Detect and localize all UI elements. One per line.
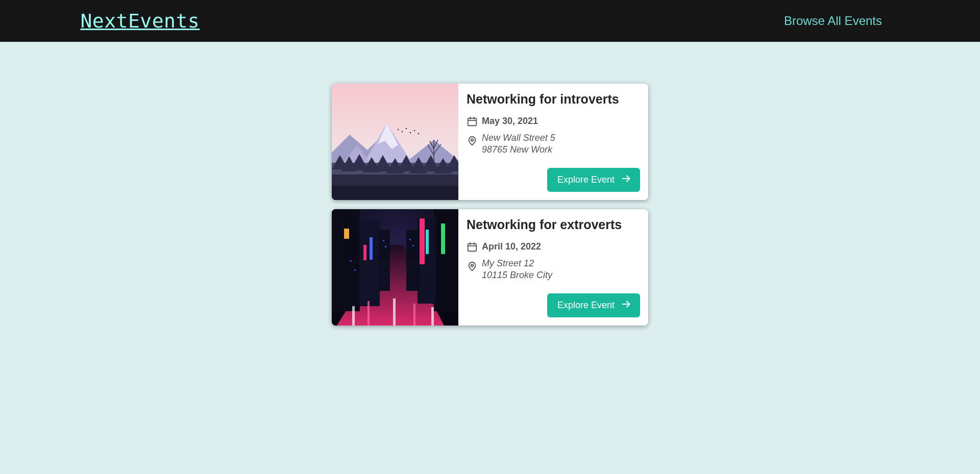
explore-event-label: Explore Event xyxy=(557,300,615,311)
location-pin-icon xyxy=(467,135,478,146)
event-card: Networking for extroverts April 10, 2022 xyxy=(332,209,648,326)
event-title: Networking for extroverts xyxy=(467,217,640,232)
event-date: April 10, 2022 xyxy=(482,241,541,252)
svg-rect-46 xyxy=(426,230,429,254)
svg-rect-42 xyxy=(434,209,458,311)
site-header: NextEvents Browse All Events xyxy=(0,0,980,42)
svg-rect-39 xyxy=(332,209,360,311)
location-pin-icon xyxy=(467,261,478,272)
svg-point-10 xyxy=(418,133,419,134)
event-image xyxy=(332,209,458,326)
svg-rect-60 xyxy=(413,304,415,326)
svg-rect-52 xyxy=(385,246,386,247)
event-image xyxy=(332,84,458,200)
svg-rect-48 xyxy=(363,245,366,260)
event-address: My Street 12 10115 Broke City xyxy=(482,258,552,282)
svg-point-34 xyxy=(471,139,474,141)
svg-rect-61 xyxy=(431,307,434,326)
svg-point-5 xyxy=(398,129,399,130)
svg-point-66 xyxy=(471,264,474,267)
calendar-icon xyxy=(467,116,478,127)
event-address: New Wall Street 5 98765 New Work xyxy=(482,132,555,156)
svg-point-9 xyxy=(414,130,415,131)
explore-event-button[interactable]: Explore Event xyxy=(547,293,640,317)
svg-rect-30 xyxy=(468,118,477,126)
svg-rect-53 xyxy=(409,239,411,240)
svg-rect-58 xyxy=(368,301,370,326)
arrow-right-icon xyxy=(621,298,632,312)
svg-rect-44 xyxy=(406,230,420,291)
svg-point-6 xyxy=(402,131,403,132)
explore-event-button[interactable]: Explore Event xyxy=(547,168,640,192)
event-address-row: New Wall Street 5 98765 New Work xyxy=(467,132,640,156)
svg-rect-49 xyxy=(370,237,373,260)
event-date-row: April 10, 2022 xyxy=(467,241,640,253)
svg-rect-59 xyxy=(393,298,396,326)
site-logo[interactable]: NextEvents xyxy=(80,10,200,32)
svg-point-8 xyxy=(410,132,411,133)
svg-rect-41 xyxy=(379,230,390,291)
calendar-icon xyxy=(467,241,478,253)
svg-rect-40 xyxy=(359,219,380,306)
svg-rect-62 xyxy=(468,244,477,252)
svg-rect-47 xyxy=(441,223,445,254)
svg-rect-50 xyxy=(344,229,349,239)
event-title: Networking for introverts xyxy=(467,92,640,107)
event-date: May 30, 2021 xyxy=(482,116,538,127)
svg-point-7 xyxy=(406,128,407,129)
arrow-right-icon xyxy=(621,173,632,187)
svg-rect-56 xyxy=(354,269,356,271)
event-address-row: My Street 12 10115 Broke City xyxy=(467,258,640,282)
event-date-row: May 30, 2021 xyxy=(467,116,640,127)
event-list: Networking for introverts May 30, 2021 xyxy=(332,84,648,326)
nav-browse-all[interactable]: Browse All Events xyxy=(784,14,882,28)
explore-event-label: Explore Event xyxy=(557,174,615,185)
svg-rect-45 xyxy=(420,218,425,264)
main-nav: Browse All Events xyxy=(784,14,882,28)
svg-rect-51 xyxy=(383,240,384,241)
svg-rect-57 xyxy=(352,306,355,326)
svg-rect-55 xyxy=(350,260,352,262)
svg-rect-54 xyxy=(412,245,414,246)
svg-rect-29 xyxy=(332,186,458,200)
event-card: Networking for introverts May 30, 2021 xyxy=(332,84,648,200)
